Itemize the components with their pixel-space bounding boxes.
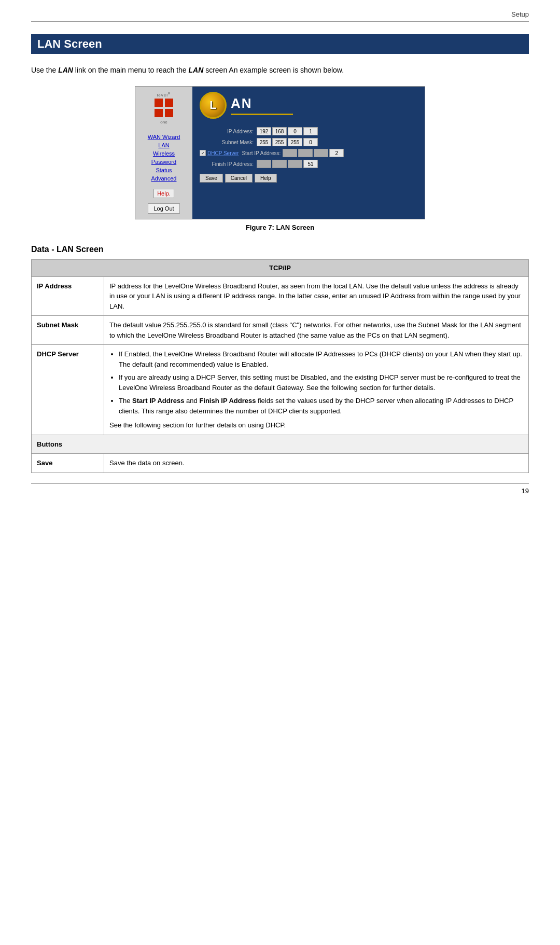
nav-password[interactable]: Password <box>139 159 188 165</box>
logo-icon <box>155 99 173 117</box>
figure-caption: Figure 7: LAN Screen <box>246 224 314 231</box>
dhcp-server-row: ✓ DHCP Server Start IP Address: <box>200 149 417 157</box>
start-ip-3[interactable] <box>314 149 328 157</box>
subnet-octet-3[interactable] <box>288 138 302 146</box>
page-header: Setup <box>31 10 529 22</box>
ip-octet-2[interactable] <box>272 127 287 135</box>
nav-lan[interactable]: LAN <box>139 142 188 148</box>
buttons-section-header: Buttons <box>32 435 529 454</box>
table-row: Save Save the data on screen. <box>32 454 529 473</box>
nav-wireless[interactable]: Wireless <box>139 150 188 157</box>
start-ip-label: Start IP Address: <box>242 150 281 156</box>
row-label-ip: IP Address <box>32 276 104 316</box>
list-item: If you are already using a DHCP Server, … <box>119 372 523 393</box>
router-form-buttons: Save Cancel Help <box>200 174 417 183</box>
router-sidebar: levelR one WAN Wizard LAN Wireles <box>135 87 192 219</box>
logout-button[interactable]: Log Out <box>148 203 179 214</box>
finish-ip-4[interactable] <box>303 160 318 168</box>
lan-icon-circle: L <box>200 92 227 119</box>
row-desc-ip: IP address for the LevelOne Wireless Bro… <box>104 276 529 316</box>
start-ip-4[interactable] <box>329 149 344 157</box>
finish-ip-row: Finish IP Address: <box>200 160 417 168</box>
row-desc-save: Save the data on screen. <box>104 454 529 473</box>
subnet-mask-row: Subnet Mask: <box>200 138 417 146</box>
list-item: If Enabled, the LevelOne Wireless Broadb… <box>119 349 523 369</box>
page-title: LAN Screen <box>31 34 529 54</box>
ip-octet-1[interactable] <box>257 127 271 135</box>
ip-address-inputs <box>257 127 318 135</box>
table-header: TCP/IP <box>32 260 529 277</box>
finish-ip-inputs <box>257 160 318 168</box>
finish-ip-label: Finish IP Address: <box>200 161 257 167</box>
table-row: DHCP Server If Enabled, the LevelOne Wir… <box>32 345 529 435</box>
router-cancel-button[interactable]: Cancel <box>225 174 253 183</box>
nav-status[interactable]: Status <box>139 167 188 173</box>
router-help-button[interactable]: Help <box>255 174 277 183</box>
intro-paragraph: Use the LAN link on the main menu to rea… <box>31 64 529 76</box>
page-footer: 19 <box>31 483 529 495</box>
svg-rect-1 <box>165 99 173 107</box>
nav-wan-wizard[interactable]: WAN Wizard <box>139 134 188 140</box>
table-row: IP Address IP address for the LevelOne W… <box>32 276 529 316</box>
dhcp-footer-note: See the following section for further de… <box>109 420 523 430</box>
help-button-sidebar[interactable]: Help. <box>153 189 174 198</box>
svg-rect-3 <box>165 109 173 117</box>
finish-ip-3[interactable] <box>288 160 302 168</box>
buttons-header: Buttons <box>32 435 529 454</box>
subnet-mask-label: Subnet Mask: <box>200 140 257 145</box>
page-number: 19 <box>522 487 529 495</box>
table-row: Subnet Mask The default value 255.255.25… <box>32 316 529 345</box>
ip-address-label: IP Address: <box>200 129 257 134</box>
subnet-octet-1[interactable] <box>257 138 271 146</box>
finish-ip-1[interactable] <box>257 160 271 168</box>
row-label-dhcp: DHCP Server <box>32 345 104 435</box>
dhcp-checkbox[interactable]: ✓ <box>200 150 206 156</box>
row-label-subnet: Subnet Mask <box>32 316 104 345</box>
ip-address-row: IP Address: <box>200 127 417 135</box>
subnet-mask-inputs <box>257 138 318 146</box>
lan-underline <box>231 114 293 115</box>
ip-octet-3[interactable] <box>288 127 302 135</box>
ip-octet-4[interactable] <box>303 127 318 135</box>
row-desc-dhcp: If Enabled, the LevelOne Wireless Broadb… <box>104 345 529 435</box>
start-ip-2[interactable] <box>298 149 313 157</box>
router-logo: levelR one <box>155 92 173 124</box>
svg-rect-2 <box>155 109 163 117</box>
header-label: Setup <box>511 10 529 18</box>
nav-advanced[interactable]: Advanced <box>139 175 188 182</box>
list-item: The Start IP Address and Finish IP Addre… <box>119 396 523 416</box>
dhcp-server-link[interactable]: DHCP Server <box>207 150 239 156</box>
router-ui-screenshot: levelR one WAN Wizard LAN Wireles <box>135 86 425 219</box>
table-header-row: TCP/IP <box>32 260 529 277</box>
subnet-octet-4[interactable] <box>303 138 318 146</box>
data-section-title: Data - LAN Screen <box>31 245 529 254</box>
start-ip-inputs <box>283 149 344 157</box>
router-nav: WAN Wizard LAN Wireless Password Status … <box>139 134 188 184</box>
screenshot-container: levelR one WAN Wizard LAN Wireles <box>31 86 529 240</box>
start-ip-1[interactable] <box>283 149 297 157</box>
lan-title: AN <box>231 95 293 112</box>
subnet-octet-2[interactable] <box>272 138 287 146</box>
router-content: L AN IP Address: <box>192 87 425 219</box>
row-desc-subnet: The default value 255.255.255.0 is stand… <box>104 316 529 345</box>
svg-rect-0 <box>155 99 163 107</box>
row-label-save: Save <box>32 454 104 473</box>
lan-header: L AN <box>200 92 417 119</box>
router-save-button[interactable]: Save <box>200 174 223 183</box>
finish-ip-2[interactable] <box>272 160 287 168</box>
data-table: TCP/IP IP Address IP address for the Lev… <box>31 259 529 473</box>
